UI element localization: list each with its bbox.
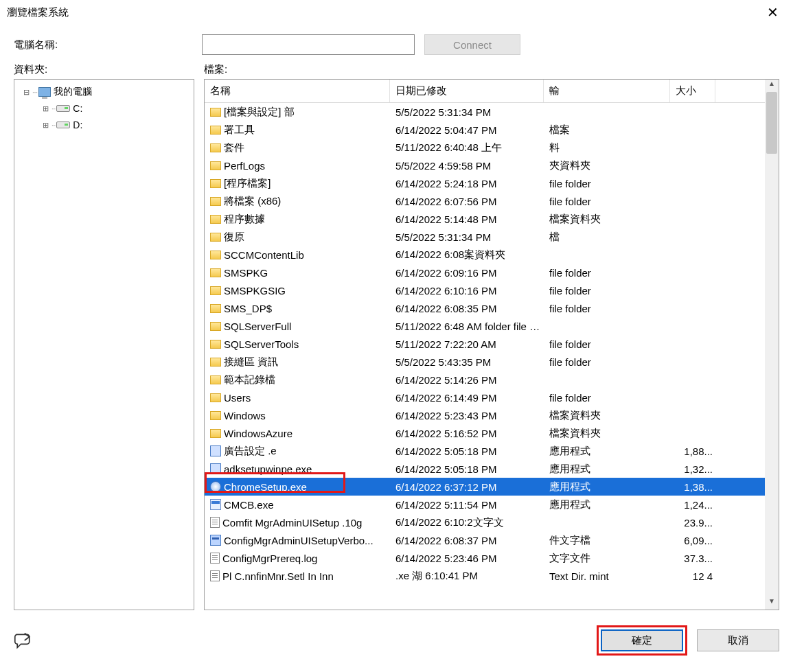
file-row[interactable]: WindowsAzure6/14/2022 5:16:52 PM檔案資料夾	[205, 424, 765, 442]
file-row[interactable]: SMSPKGSIG6/14/2022 6:10:16 PMfile folder	[205, 281, 765, 299]
folder-icon	[210, 268, 221, 277]
file-date: 6/14/2022 5:14:48 PM	[391, 213, 545, 225]
scroll-thumb[interactable]	[766, 92, 777, 154]
scroll-up-icon[interactable]: ▲	[765, 80, 779, 92]
close-icon[interactable]: ✕	[759, 4, 786, 21]
file-row[interactable]: Pl C.nnfinMnr.Setl In Inn.xe 湖 6:10:41 P…	[205, 567, 765, 585]
folder-icon	[210, 126, 221, 135]
folder-icon	[210, 233, 221, 242]
col-size[interactable]: 大小	[670, 80, 715, 102]
file-row[interactable]: 復原5/5/2022 5:31:34 PM檔	[205, 228, 765, 246]
file-type: 應用程式	[545, 498, 671, 511]
file-name: 程序數據	[224, 213, 265, 226]
file-type: file folder	[545, 267, 671, 279]
file-type: file folder	[545, 338, 671, 350]
exe-icon	[210, 535, 221, 546]
file-row[interactable]: SMSPKG6/14/2022 6:09:16 PMfile folder	[205, 264, 765, 281]
file-date: 6/14/2022 6:08:35 PM	[391, 303, 545, 314]
tree-root[interactable]: ⊟ ···· 我的電腦	[17, 84, 191, 100]
file-row[interactable]: SCCMContentLib6/14/2022 6:08案資料夾	[205, 246, 765, 264]
col-type[interactable]: 輸	[544, 80, 670, 102]
file-date: 5/11/2022 6:48 AM folder file folder fil…	[391, 321, 545, 332]
computer-row: 電腦名稱: Connect	[0, 25, 793, 59]
file-row[interactable]: [程序檔案]6/14/2022 5:24:18 PMfile folder	[205, 174, 765, 192]
file-row[interactable]: [檔案與設定] 部5/5/2022 5:31:34 PM	[205, 103, 765, 121]
folder-icon	[210, 179, 221, 188]
file-body[interactable]: [檔案與設定] 部5/5/2022 5:31:34 PM署工具6/14/2022…	[205, 103, 765, 610]
file-name: [檔案與設定] 部	[224, 106, 295, 119]
scrollbar[interactable]: ▲ ▼	[765, 80, 779, 610]
ok-button[interactable]: 確定	[601, 629, 683, 651]
file-row[interactable]: 署工具6/14/2022 5:04:47 PM檔案	[205, 121, 765, 139]
file-name: SQLServerFull	[224, 321, 291, 332]
file-date: 6/14/2022 5:23:43 PM	[391, 410, 545, 421]
file-row[interactable]: Users6/14/2022 6:14:49 PMfile folder	[205, 389, 765, 406]
file-date: 6/14/2022 6:37:12 PM	[391, 481, 545, 493]
connect-button[interactable]: Connect	[424, 34, 520, 55]
scroll-down-icon[interactable]: ▼	[765, 597, 779, 610]
file-row[interactable]: SQLServerTools5/11/2022 7:22:20 AMfile f…	[205, 335, 765, 353]
file-row[interactable]: 套件5/11/2022 6:40:48 上午料	[205, 139, 765, 157]
folder-icon	[210, 393, 221, 402]
file-date: 5/5/2022 5:31:34 PM	[391, 106, 545, 118]
file-panel: 名稱 日期已修改 輸 大小 [檔案與設定] 部5/5/2022 5:31:34 …	[204, 79, 779, 610]
file-date: 6/14/2022 5:23:46 PM	[391, 553, 545, 564]
expand-icon[interactable]: ⊞	[41, 121, 50, 130]
file-name: PerfLogs	[224, 160, 265, 172]
tree-drive-c[interactable]: ⊞ ··· C:	[17, 100, 191, 117]
collapse-icon[interactable]: ⊟	[21, 88, 31, 97]
tree-root-label: 我的電腦	[54, 86, 92, 98]
file-row[interactable]: adksetupwinpe.exe6/14/2022 5:05:18 PM應用程…	[205, 460, 765, 478]
col-name[interactable]: 名稱	[205, 80, 390, 102]
file-row[interactable]: Windows6/14/2022 5:23:43 PM檔案資料夾	[205, 406, 765, 424]
file-name: SMS_DP$	[224, 303, 272, 314]
main-area: ⊟ ···· 我的電腦 ⊞ ··· C: ⊞ ··· D: 名稱 日期已修改 輸…	[0, 79, 793, 616]
file-row[interactable]: ConfigMgrPrereq.log6/14/2022 5:23:46 PM文…	[205, 549, 765, 567]
txt-icon	[210, 553, 220, 564]
file-name: 廣告設定 .e	[224, 445, 277, 458]
file-row[interactable]: Comfit MgrAdminUISetup .10g6/14/2022 6:1…	[205, 513, 765, 531]
folder-icon	[210, 375, 221, 384]
scroll-track[interactable]	[765, 92, 779, 597]
folder-icon	[210, 251, 221, 259]
file-date: 6/14/2022 6:09:16 PM	[391, 267, 545, 279]
file-row[interactable]: PerfLogs5/5/2022 4:59:58 PM夾資料夾	[205, 157, 765, 174]
file-row[interactable]: 廣告設定 .e6/14/2022 5:05:18 PM應用程式1,88...	[205, 442, 765, 460]
exe-disc-icon	[210, 481, 221, 492]
file-type: 檔案	[545, 124, 671, 137]
tree-drive-d[interactable]: ⊞ ··· D:	[17, 117, 191, 133]
exe-zip-icon	[210, 463, 221, 474]
computer-name-input[interactable]	[202, 34, 415, 55]
file-row[interactable]: SMS_DP$6/14/2022 6:08:35 PMfile folder	[205, 299, 765, 317]
help-icon[interactable]	[14, 632, 33, 649]
file-row[interactable]: SQLServerFull5/11/2022 6:48 AM folder fi…	[205, 317, 765, 335]
file-header: 名稱 日期已修改 輸 大小	[205, 80, 765, 103]
file-size: 37.3...	[671, 553, 717, 564]
file-row[interactable]: 程序數據6/14/2022 5:14:48 PM檔案資料夾	[205, 210, 765, 228]
file-list[interactable]: 名稱 日期已修改 輸 大小 [檔案與設定] 部5/5/2022 5:31:34 …	[205, 80, 765, 610]
file-date: 5/11/2022 7:22:20 AM	[391, 338, 545, 350]
file-name: adksetupwinpe.exe	[224, 463, 312, 475]
tree-drive-label: C:	[73, 103, 82, 114]
expand-icon[interactable]: ⊞	[41, 104, 50, 113]
file-date: 5/11/2022 6:40:48 上午	[391, 141, 545, 154]
file-size: 1,38...	[671, 481, 717, 493]
file-row[interactable]: CMCB.exe6/14/2022 5:11:54 PM應用程式1,24...	[205, 496, 765, 513]
file-row[interactable]: ChromeSetup.exe6/14/2022 6:37:12 PM應用程式1…	[205, 478, 765, 496]
file-row[interactable]: 接縫區 資訊5/5/2022 5:43:35 PMfile folder	[205, 353, 765, 371]
file-row[interactable]: 範本記錄檔6/14/2022 5:14:26 PM	[205, 371, 765, 389]
file-size: 1,32...	[671, 463, 717, 475]
cancel-button[interactable]: 取消	[697, 629, 779, 651]
file-name: 將檔案 (x86)	[224, 195, 281, 208]
file-date: 6/14/2022 5:24:18 PM	[391, 178, 545, 189]
exe-zip-icon	[210, 445, 221, 456]
col-modified[interactable]: 日期已修改	[390, 80, 544, 102]
file-type: 檔案資料夾	[545, 213, 671, 226]
file-row[interactable]: 將檔案 (x86)6/14/2022 6:07:56 PMfile folder	[205, 192, 765, 210]
file-date: 6/14/2022 6:08:37 PM	[391, 535, 545, 546]
folder-tree[interactable]: ⊟ ···· 我的電腦 ⊞ ··· C: ⊞ ··· D:	[14, 79, 194, 610]
file-date: 6/14/2022 5:05:18 PM	[391, 445, 545, 457]
file-date: 5/5/2022 5:31:34 PM	[391, 231, 545, 243]
file-row[interactable]: ConfigMgrAdminUISetupVerbo...6/14/2022 6…	[205, 531, 765, 549]
file-name: CMCB.exe	[224, 499, 274, 511]
